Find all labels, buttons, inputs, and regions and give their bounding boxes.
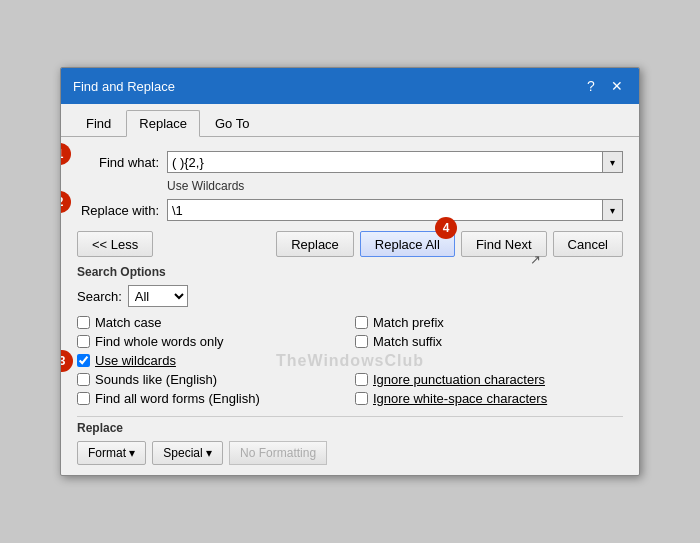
- checkbox-match-case: Match case: [77, 315, 345, 330]
- find-dropdown-btn[interactable]: ▾: [603, 151, 623, 173]
- tab-bar: Find Replace Go To: [61, 104, 639, 137]
- dialog-title: Find and Replace: [73, 79, 175, 94]
- replace-input-wrap: ▾: [167, 199, 623, 221]
- options-text: Use Wildcards: [167, 179, 623, 193]
- match-suffix-label: Match suffix: [373, 334, 442, 349]
- match-case-label: Match case: [95, 315, 161, 330]
- replace-dropdown-btn[interactable]: ▾: [603, 199, 623, 221]
- less-button[interactable]: << Less: [77, 231, 153, 257]
- use-wildcards-checkbox[interactable]: [77, 354, 90, 367]
- action-buttons-row: 4 << Less Replace Replace All Find Next …: [77, 231, 623, 257]
- tab-replace[interactable]: Replace: [126, 110, 200, 137]
- marker-2: 2: [60, 191, 71, 213]
- checkbox-match-prefix: Match prefix: [355, 315, 623, 330]
- replace-with-row: 2 Replace with: ▾: [77, 199, 623, 221]
- checkboxes-wrapper: TheWindowsClub Match case Match prefix F…: [77, 315, 623, 406]
- title-bar-buttons: ? ✕: [581, 76, 627, 96]
- replace-section: Replace Format ▾ Special ▾ No Formatting: [77, 416, 623, 465]
- find-input-wrap: ▾: [167, 151, 623, 173]
- marker-3: 3: [60, 350, 73, 372]
- checkboxes-area: Match case Match prefix Find whole words…: [77, 315, 623, 406]
- sounds-like-checkbox[interactable]: [77, 373, 90, 386]
- find-next-wrap: Find Next ↗: [461, 231, 547, 257]
- replace-button[interactable]: Replace: [276, 231, 354, 257]
- match-prefix-checkbox[interactable]: [355, 316, 368, 329]
- replace-input[interactable]: [167, 199, 603, 221]
- find-input[interactable]: [167, 151, 603, 173]
- replace-label: Replace with:: [77, 203, 167, 218]
- title-bar: Find and Replace ? ✕: [61, 68, 639, 104]
- marker-4: 4: [435, 217, 457, 239]
- bottom-buttons: Format ▾ Special ▾ No Formatting: [77, 441, 623, 465]
- tab-find[interactable]: Find: [73, 110, 124, 136]
- search-label: Search:: [77, 289, 122, 304]
- checkbox-ignore-whitespace: Ignore white-space characters: [355, 391, 623, 406]
- special-button[interactable]: Special ▾: [152, 441, 223, 465]
- find-what-row: 1 Find what: ▾: [77, 151, 623, 173]
- marker-1: 1: [60, 143, 71, 165]
- search-select[interactable]: All Up Down: [128, 285, 188, 307]
- ignore-whitespace-checkbox[interactable]: [355, 392, 368, 405]
- cursor-icon: ↗: [530, 252, 541, 267]
- word-forms-checkbox[interactable]: [77, 392, 90, 405]
- tab-goto[interactable]: Go To: [202, 110, 262, 136]
- close-button[interactable]: ✕: [607, 76, 627, 96]
- no-formatting-button: No Formatting: [229, 441, 327, 465]
- whole-words-label: Find whole words only: [95, 334, 224, 349]
- search-row: Search: All Up Down: [77, 285, 623, 307]
- cancel-button[interactable]: Cancel: [553, 231, 623, 257]
- ignore-punctuation-label: Ignore punctuation characters: [373, 372, 545, 387]
- find-label: Find what:: [77, 155, 167, 170]
- help-button[interactable]: ?: [581, 76, 601, 96]
- whole-words-checkbox[interactable]: [77, 335, 90, 348]
- replace-section-title: Replace: [77, 421, 623, 435]
- checkbox-use-wildcards: 3 Use wildcards: [77, 353, 345, 368]
- checkbox-word-forms: Find all word forms (English): [77, 391, 345, 406]
- dialog-content: 1 Find what: ▾ Use Wildcards 2 Replace w…: [61, 137, 639, 475]
- search-options-title: Search Options: [77, 265, 623, 279]
- ignore-whitespace-label: Ignore white-space characters: [373, 391, 547, 406]
- match-suffix-checkbox[interactable]: [355, 335, 368, 348]
- ignore-punctuation-checkbox[interactable]: [355, 373, 368, 386]
- checkbox-sounds-like: Sounds like (English): [77, 372, 345, 387]
- find-replace-dialog: Find and Replace ? ✕ Find Replace Go To …: [60, 67, 640, 476]
- match-prefix-label: Match prefix: [373, 315, 444, 330]
- checkbox-ignore-punctuation: Ignore punctuation characters: [355, 372, 623, 387]
- word-forms-label: Find all word forms (English): [95, 391, 260, 406]
- checkbox-whole-words: Find whole words only: [77, 334, 345, 349]
- format-button[interactable]: Format ▾: [77, 441, 146, 465]
- match-case-checkbox[interactable]: [77, 316, 90, 329]
- sounds-like-label: Sounds like (English): [95, 372, 217, 387]
- use-wildcards-label: Use wildcards: [95, 353, 176, 368]
- checkbox-match-suffix: Match suffix: [355, 334, 623, 349]
